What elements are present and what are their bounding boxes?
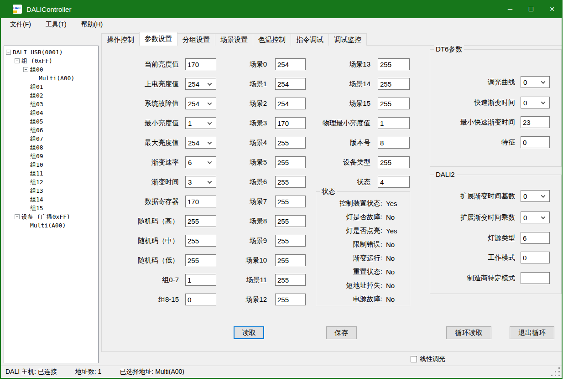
tree-item[interactable]: 组05 xyxy=(23,117,43,126)
tree-collapse-icon[interactable]: − xyxy=(6,50,11,55)
tab-6[interactable]: 调试监控 xyxy=(328,33,367,46)
minimize-button[interactable]: ─ xyxy=(500,0,521,18)
tree-item[interactable]: Multi(A00) xyxy=(23,221,66,230)
param-input[interactable] xyxy=(185,235,216,247)
tab-1[interactable]: 参数设置 xyxy=(139,32,177,46)
param-input[interactable] xyxy=(275,274,306,286)
param-combobox[interactable]: 0 xyxy=(521,97,550,108)
tree-item[interactable]: −DALI USB(0001) xyxy=(6,48,63,57)
tree-item[interactable]: 组07 xyxy=(23,134,43,143)
param-input[interactable] xyxy=(521,272,550,284)
linear-dimming-label: 线性调光 xyxy=(420,355,445,363)
status-row: 控制装置状态:Yes xyxy=(316,199,397,208)
tree-item[interactable]: 组09 xyxy=(23,152,43,160)
param-input[interactable] xyxy=(275,215,306,227)
param-combobox[interactable]: 0 xyxy=(521,190,550,202)
param-input[interactable] xyxy=(378,117,410,129)
param-input[interactable] xyxy=(378,58,410,70)
loop-read-button[interactable]: 循环读取 xyxy=(446,326,491,339)
tree-item[interactable]: 组08 xyxy=(23,143,43,152)
maximize-button[interactable]: ☐ xyxy=(521,0,542,18)
param-combobox[interactable]: 254 xyxy=(185,78,216,90)
param-combobox[interactable]: 3 xyxy=(185,176,216,188)
param-label: 快速渐变时间 xyxy=(431,98,515,107)
param-input[interactable] xyxy=(185,215,216,227)
tree-item[interactable]: 组11 xyxy=(23,169,43,178)
param-input[interactable] xyxy=(521,116,550,128)
param-input[interactable] xyxy=(378,98,410,109)
tree-collapse-icon[interactable]: − xyxy=(15,214,20,219)
chevron-down-icon xyxy=(208,179,212,184)
tree-item[interactable]: 组10 xyxy=(23,160,43,169)
param-input[interactable] xyxy=(185,294,216,305)
param-label: 场景5 xyxy=(228,158,267,167)
tab-4[interactable]: 色温控制 xyxy=(253,33,291,46)
tab-2[interactable]: 分组设置 xyxy=(177,33,215,46)
tab-3[interactable]: 场景设置 xyxy=(215,33,253,46)
tree-item[interactable]: −组00 xyxy=(23,65,43,74)
param-input[interactable] xyxy=(185,58,216,70)
param-input[interactable] xyxy=(378,176,410,188)
param-input[interactable] xyxy=(185,274,216,286)
param-combobox[interactable]: 254 xyxy=(185,98,216,109)
tree-item-label: 组04 xyxy=(23,109,43,117)
param-input[interactable] xyxy=(521,252,550,263)
tree-item[interactable]: 组01 xyxy=(23,83,43,91)
tab-5[interactable]: 指令调试 xyxy=(291,33,329,46)
param-label: 调光曲线 xyxy=(431,78,515,87)
param-input[interactable] xyxy=(185,196,216,207)
combobox-value: 254 xyxy=(186,80,208,88)
tree-item[interactable]: 组03 xyxy=(23,100,43,108)
tree-item[interactable]: 组15 xyxy=(23,204,43,212)
param-input[interactable] xyxy=(275,254,306,266)
menu-tools[interactable]: 工具(T) xyxy=(40,19,72,31)
status-label: 短地址掉失: xyxy=(316,281,382,290)
param-input[interactable] xyxy=(521,136,550,148)
param-combobox[interactable]: 6 xyxy=(185,156,216,168)
tree-item[interactable]: 组04 xyxy=(23,108,43,117)
tree-item-label: 组07 xyxy=(23,135,43,143)
tree-item[interactable]: 组06 xyxy=(23,126,43,134)
param-label: 随机码（中） xyxy=(109,237,179,245)
tree-item-label: 设备 (广播0xFF) xyxy=(21,213,70,221)
param-input[interactable] xyxy=(275,294,306,305)
tree-item[interactable]: 组13 xyxy=(23,186,43,195)
param-input[interactable] xyxy=(378,137,410,149)
combobox-value: 254 xyxy=(186,100,208,108)
param-combobox[interactable]: 254 xyxy=(185,137,216,149)
tree-item-label: DALI USB(0001) xyxy=(13,49,63,56)
param-label: 渐变速率 xyxy=(109,158,179,167)
linear-dimming-checkbox[interactable] xyxy=(411,356,417,362)
param-input[interactable] xyxy=(275,196,306,207)
param-label: 场景15 xyxy=(299,99,370,108)
param-combobox[interactable]: 1 xyxy=(185,117,216,129)
tree-collapse-icon[interactable]: − xyxy=(23,67,28,72)
menu-file[interactable]: 文件(F) xyxy=(5,19,36,31)
param-combobox[interactable]: 0 xyxy=(521,76,550,88)
tree-collapse-icon[interactable]: − xyxy=(15,58,20,63)
tab-0[interactable]: 操作控制 xyxy=(101,33,140,46)
param-input[interactable] xyxy=(378,156,410,168)
tree-item[interactable]: −设备 (广播0xFF) xyxy=(15,212,70,221)
read-button[interactable]: 读取 xyxy=(234,326,264,339)
save-button[interactable]: 保存 xyxy=(326,326,357,339)
param-label: 状态 xyxy=(299,178,370,186)
tree-item[interactable]: 组14 xyxy=(23,195,43,204)
param-input[interactable] xyxy=(185,254,216,266)
exit-loop-button[interactable]: 退出循环 xyxy=(510,326,554,339)
combobox-value: 254 xyxy=(186,139,208,147)
param-input[interactable] xyxy=(521,232,550,244)
param-input[interactable] xyxy=(275,235,306,247)
app-icon: DALI xyxy=(13,5,22,14)
param-input[interactable] xyxy=(378,78,410,90)
tree-item[interactable]: 组12 xyxy=(23,178,43,186)
param-row: 数据寄存器 xyxy=(109,196,216,207)
resize-grip-icon[interactable] xyxy=(558,375,560,376)
menu-help[interactable]: 帮助(H) xyxy=(76,19,108,31)
status-value: No xyxy=(386,282,395,289)
param-combobox[interactable]: 0 xyxy=(521,211,550,223)
tree-item[interactable]: 组02 xyxy=(23,91,43,100)
close-button[interactable]: ✕ xyxy=(542,0,563,18)
tree-item[interactable]: −组 (0xFF) xyxy=(15,57,52,65)
tree-item[interactable]: Multi(A00) xyxy=(32,74,74,83)
